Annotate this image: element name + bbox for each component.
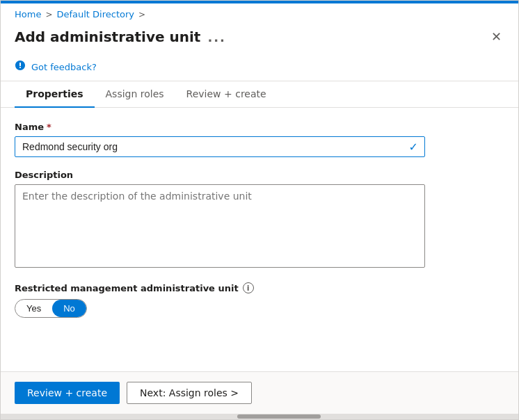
dialog-header: Add administrative unit ... ✕ xyxy=(1,24,518,54)
form-area: Name * ✓ Description Restricted manageme… xyxy=(1,108,518,371)
restricted-toggle-group: Yes No xyxy=(15,299,87,318)
feedback-label[interactable]: Got feedback? xyxy=(31,62,97,72)
restricted-field-group: Restricted management administrative uni… xyxy=(15,282,504,318)
scrollbar-area xyxy=(1,414,518,419)
scrollbar-thumb[interactable] xyxy=(237,414,321,419)
more-options-icon[interactable]: ... xyxy=(207,30,226,45)
name-field-group: Name * ✓ xyxy=(15,122,504,157)
name-label: Name * xyxy=(15,122,504,132)
close-button[interactable]: ✕ xyxy=(488,26,504,47)
add-admin-unit-dialog: Home > Default Directory > Add administr… xyxy=(0,0,519,420)
description-label: Description xyxy=(15,170,504,180)
toggle-no-button[interactable]: No xyxy=(52,300,86,317)
next-assign-roles-button[interactable]: Next: Assign roles > xyxy=(127,382,252,404)
tab-assign-roles[interactable]: Assign roles xyxy=(95,81,175,108)
name-input[interactable] xyxy=(15,136,425,157)
name-input-wrapper: ✓ xyxy=(15,136,425,157)
tab-properties[interactable]: Properties xyxy=(15,81,95,108)
footer: Review + create Next: Assign roles > xyxy=(1,371,518,414)
review-create-button[interactable]: Review + create xyxy=(15,382,120,404)
description-field-group: Description xyxy=(15,170,504,270)
name-required-star: * xyxy=(47,122,51,132)
breadcrumb-home[interactable]: Home xyxy=(15,9,41,19)
restricted-label: Restricted management administrative uni… xyxy=(15,282,504,293)
breadcrumb: Home > Default Directory > xyxy=(1,3,518,24)
description-input[interactable] xyxy=(15,184,425,268)
breadcrumb-directory[interactable]: Default Directory xyxy=(56,9,134,19)
tabs-bar: Properties Assign roles Review + create xyxy=(1,81,518,108)
name-check-icon: ✓ xyxy=(409,140,418,154)
tab-review-create[interactable]: Review + create xyxy=(175,81,278,108)
dialog-title-text: Add administrative unit xyxy=(15,29,200,45)
toggle-yes-button[interactable]: Yes xyxy=(15,300,52,317)
restricted-info-icon[interactable]: i xyxy=(243,282,254,293)
feedback-icon xyxy=(15,60,26,74)
breadcrumb-sep-1: > xyxy=(45,10,52,19)
breadcrumb-sep-2: > xyxy=(138,10,145,19)
feedback-bar: Got feedback? xyxy=(1,54,518,81)
dialog-title-group: Add administrative unit ... xyxy=(15,29,226,45)
